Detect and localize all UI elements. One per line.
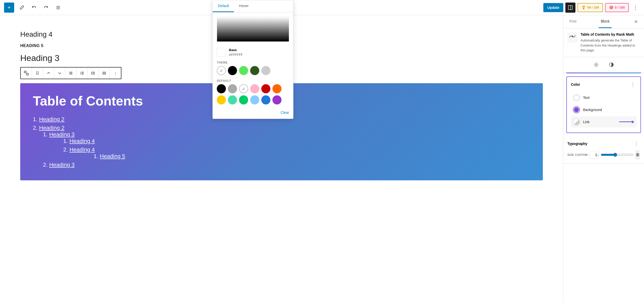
default-swatch-light-blue[interactable] (250, 95, 259, 104)
list-dotted-icon (91, 71, 96, 76)
tab-post[interactable]: Post (567, 15, 578, 28)
tab-block[interactable]: Block (599, 15, 611, 28)
more-options-button[interactable]: ⋮ (631, 3, 640, 12)
svg-rect-31 (567, 32, 577, 42)
align-button[interactable] (65, 68, 76, 79)
svg-point-27 (91, 74, 92, 75)
arrow-indicator (619, 120, 634, 123)
link-color-row[interactable]: Link (571, 116, 636, 127)
theme-swatch-green[interactable] (239, 66, 248, 75)
picker-tab-hover[interactable]: Hover (234, 0, 253, 12)
list-style-1-button[interactable]: 1 2 3 (76, 68, 88, 79)
pencil-button[interactable] (17, 3, 26, 12)
size-value-input[interactable] (590, 151, 599, 158)
typography-title: Typography (567, 142, 587, 146)
settings-button[interactable] (592, 60, 601, 69)
text-color-row[interactable]: Text (571, 92, 636, 103)
background-color-label: Background (583, 108, 602, 112)
svg-point-40 (637, 155, 638, 156)
drag-handle-button[interactable] (32, 68, 43, 79)
contrast-icon (609, 62, 614, 68)
arrow-line (619, 121, 632, 122)
block-info-text: Table of Contents by Rank Math Automatic… (581, 32, 640, 53)
main-layout: Heading 4 HEADING 5 Heading 3 (0, 0, 644, 303)
default-swatch-blue[interactable] (261, 95, 270, 104)
add-block-button[interactable]: + (4, 3, 14, 13)
size-input-group: rem (590, 151, 599, 159)
size-row: SIZE CUSTOM rem (567, 150, 640, 159)
picker-tab-default[interactable]: Default (213, 0, 234, 12)
move-up-button[interactable] (43, 68, 54, 79)
menu-button[interactable] (54, 3, 63, 12)
toolbar-right: Update 🏆 59 / 100 🎯 0 / 100 ⋮ (543, 3, 640, 13)
list-plain-icon (102, 71, 107, 76)
default-swatch-red[interactable] (261, 84, 270, 93)
move-down-button[interactable] (54, 68, 65, 79)
theme-swatch-black[interactable] (228, 66, 237, 75)
sidebar-close-button[interactable]: ✕ (632, 18, 640, 26)
color-gradient-picker[interactable] (217, 16, 289, 42)
theme-swatches: ✓ (213, 66, 293, 79)
default-swatch-white[interactable]: ✓ (239, 84, 248, 93)
default-swatch-black[interactable] (217, 84, 226, 93)
typography-more-button[interactable]: ⋮ (633, 140, 640, 147)
svg-point-12 (38, 74, 38, 75)
svg-text:3: 3 (80, 73, 81, 75)
sliders-icon (635, 153, 640, 157)
link-color-circle-container (573, 118, 580, 125)
close-icon: ✕ (634, 19, 638, 25)
score-gold-value: 59 / 100 (587, 6, 599, 9)
theme-label: THEME (213, 61, 293, 66)
more-options-icon: ⋮ (633, 5, 638, 11)
color-base-swatch[interactable] (217, 48, 226, 57)
update-button[interactable]: Update (543, 3, 563, 12)
contrast-button[interactable] (607, 60, 616, 69)
theme-swatch-white[interactable]: ✓ (217, 66, 226, 75)
default-swatch-pink[interactable] (250, 84, 259, 93)
list-item: 1. Heading 5 (94, 153, 530, 160)
color-bar (566, 73, 641, 73)
color-section-header: Color ⋮ (571, 81, 636, 88)
drag-icon (35, 71, 40, 75)
default-swatch-teal[interactable] (228, 95, 237, 104)
sub-sub-sub-list: 1. Heading 5 (94, 153, 530, 160)
default-swatch-gray[interactable] (228, 84, 237, 93)
color-options-button[interactable]: ⋮ (629, 81, 636, 88)
block-more-button[interactable]: ⋮ (110, 68, 121, 79)
view-mode-button[interactable] (565, 3, 575, 13)
link-color-label: Link (583, 120, 590, 124)
default-swatch-orange[interactable] (272, 84, 282, 93)
list-numbered-icon: 1 2 3 (79, 71, 84, 76)
undo-button[interactable] (29, 3, 38, 12)
pencil-icon (19, 5, 24, 10)
default-swatch-yellow[interactable] (217, 95, 226, 104)
background-color-row[interactable]: Background (571, 104, 636, 115)
block-transform-button[interactable] (21, 68, 32, 79)
text-color-label: Text (583, 96, 590, 100)
size-slider[interactable] (601, 153, 633, 157)
readability-score-button[interactable]: 🎯 0 / 100 (605, 3, 629, 12)
clear-link[interactable]: Clear (213, 109, 293, 119)
size-label: SIZE CUSTOM (567, 153, 588, 156)
default-swatch-green2[interactable] (239, 95, 248, 104)
list-style-3-button[interactable] (99, 68, 110, 79)
gear-icon (593, 62, 599, 68)
redo-button[interactable] (41, 3, 51, 12)
typography-options-button[interactable] (635, 150, 640, 159)
block-toolbar: 1 2 3 (20, 67, 121, 79)
svg-rect-6 (27, 73, 28, 75)
text-color-swatch (574, 95, 579, 100)
default-swatch-purple[interactable] (272, 95, 282, 104)
color-base-info: Base #FFFFFF (229, 48, 289, 57)
svg-rect-3 (568, 6, 572, 10)
seo-score-button[interactable]: 🏆 59 / 100 (577, 3, 603, 12)
sidebar: Post Block ✕ Table of Contents by Rank M… (563, 15, 644, 303)
theme-swatch-gray[interactable] (261, 66, 270, 75)
list-item: 1. Heading 3 1. Heading 4 2. Heading 4 1… (43, 131, 530, 160)
color-base-label: Base (229, 48, 289, 52)
list-style-2-button[interactable] (88, 68, 99, 79)
text-color-circle (573, 94, 580, 101)
svg-point-33 (595, 64, 597, 66)
svg-point-32 (572, 36, 573, 37)
theme-swatch-dark-green[interactable] (250, 66, 259, 75)
